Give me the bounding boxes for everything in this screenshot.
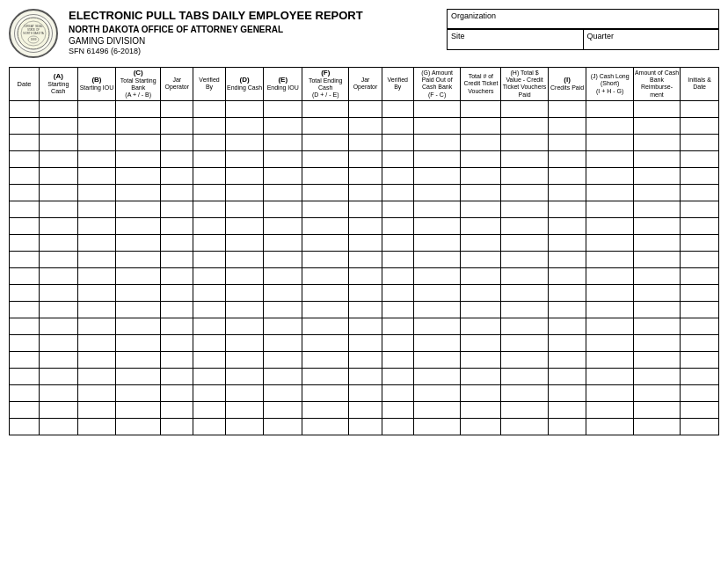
table-cell [586,267,633,284]
table-cell [302,418,349,435]
table-cell [116,184,161,201]
table-cell [461,318,501,334]
table-cell [501,334,548,351]
svg-text:NORTH DAKOTA: NORTH DAKOTA [23,32,44,35]
table-cell [681,418,719,435]
svg-text:1889: 1889 [31,38,37,41]
table-cell [681,100,719,117]
table-cell [77,234,116,251]
col-verified-by1: Verified By [193,68,225,101]
table-cell [681,234,719,251]
table-cell [39,150,77,167]
table-row [10,368,719,384]
table-cell [501,267,548,284]
table-cell [501,217,548,234]
col-verified-by2: Verified By [382,68,413,101]
table-row [10,318,719,334]
table-cell [10,418,40,435]
table-cell [264,184,302,201]
table-cell [413,267,460,284]
title-area: ELECTRONIC PULL TABS DAILY EMPLOYEE REPO… [69,9,440,57]
table-cell [77,117,116,134]
table-cell [681,384,719,401]
col-d: (D) Ending Cash [225,68,264,101]
table-cell [302,234,349,251]
table-cell [633,318,680,334]
table-cell [461,201,501,217]
table-cell [116,100,161,117]
table-cell [413,134,460,150]
table-cell [116,401,161,418]
table-cell [681,318,719,334]
table-cell [413,368,460,384]
table-cell [548,301,586,318]
table-cell [382,150,413,167]
table-cell [633,418,680,435]
table-cell [77,401,116,418]
table-cell [193,251,225,267]
table-cell [461,117,501,134]
table-cell [193,384,225,401]
table-cell [501,318,548,334]
table-cell [302,334,349,351]
table-cell [548,401,586,418]
table-cell [193,267,225,284]
table-cell [501,401,548,418]
table-cell [302,117,349,134]
table-cell [349,184,382,201]
table-cell [382,418,413,435]
table-cell [225,134,264,150]
table-cell [225,351,264,368]
table-cell [39,251,77,267]
table-cell [461,134,501,150]
table-cell [548,100,586,117]
table-cell [633,368,680,384]
table-cell [413,418,460,435]
table-cell [77,334,116,351]
table-cell [264,368,302,384]
table-cell [302,184,349,201]
table-cell [382,234,413,251]
table-cell [161,234,193,251]
table-cell [39,184,77,201]
table-cell [302,318,349,334]
table-cell [349,251,382,267]
table-cell [225,167,264,184]
table-cell [349,134,382,150]
table-row [10,351,719,368]
table-cell [461,234,501,251]
table-cell [225,301,264,318]
table-cell [39,267,77,284]
table-cell [382,318,413,334]
table-row [10,418,719,435]
division: GAMING DIVISION [69,35,440,47]
table-cell [501,134,548,150]
table-cell [382,100,413,117]
table-cell [264,384,302,401]
table-cell [264,217,302,234]
col-g: (G) Amount Paid Out of Cash Bank (F - C) [413,68,460,101]
table-cell [193,134,225,150]
table-cell [586,134,633,150]
table-cell [264,201,302,217]
col-b: (B) Starting IOU [77,68,116,101]
main-title: ELECTRONIC PULL TABS DAILY EMPLOYEE REPO… [69,9,440,24]
table-cell [161,117,193,134]
table-cell [461,167,501,184]
table-cell [10,217,40,234]
table-cell [413,234,460,251]
table-cell [349,267,382,284]
table-cell [413,401,460,418]
table-cell [413,384,460,401]
table-cell [681,184,719,201]
table-cell [264,267,302,284]
table-cell [349,167,382,184]
table-cell [77,150,116,167]
table-cell [39,368,77,384]
table-cell [633,150,680,167]
table-cell [586,100,633,117]
table-cell [77,267,116,284]
subtitle: NORTH DAKOTA OFFICE OF ATTORNEY GENERAL [69,24,440,35]
table-cell [264,251,302,267]
table-cell [302,217,349,234]
